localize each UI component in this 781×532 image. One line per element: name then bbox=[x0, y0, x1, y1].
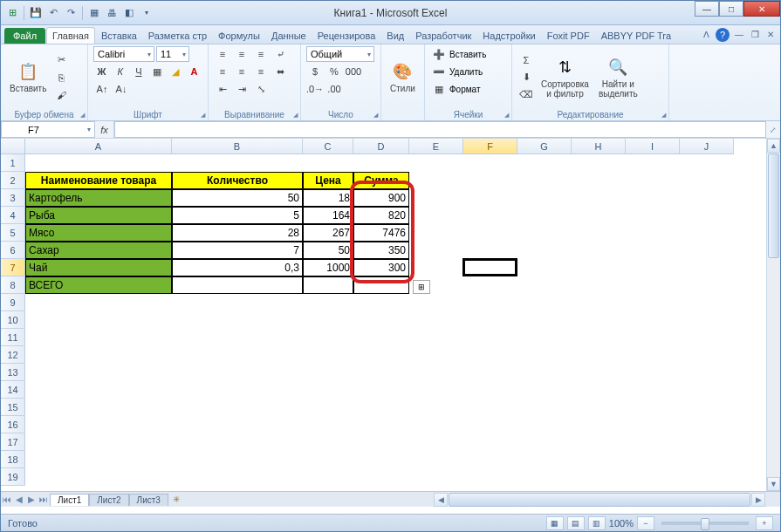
border-button[interactable]: ▦ bbox=[149, 64, 166, 79]
sheet-nav-first-icon[interactable]: ⏮ bbox=[1, 493, 13, 507]
undo-icon[interactable]: ↶ bbox=[45, 5, 61, 21]
row-header[interactable]: 8 bbox=[1, 276, 25, 294]
cell[interactable]: 1000 bbox=[303, 259, 353, 276]
maximize-button[interactable]: □ bbox=[719, 1, 743, 17]
find-select-button[interactable]: 🔍 Найти и выделить bbox=[595, 55, 641, 100]
cell[interactable] bbox=[353, 276, 409, 294]
mdi-minimize-icon[interactable]: — bbox=[733, 28, 745, 40]
bold-button[interactable]: Ж bbox=[93, 64, 110, 79]
qat-customize-icon[interactable]: ▾ bbox=[139, 5, 154, 21]
autofill-options-icon[interactable]: ⊞ bbox=[413, 280, 430, 294]
qat-btn[interactable]: 🖶 bbox=[104, 5, 120, 21]
align-middle-button[interactable]: ≡ bbox=[233, 46, 250, 62]
fx-button[interactable]: fx bbox=[95, 121, 114, 138]
tab-review[interactable]: Рецензирова bbox=[312, 28, 381, 44]
formula-expand-icon[interactable]: ⤢ bbox=[766, 121, 780, 138]
sheet-nav-prev-icon[interactable]: ◀ bbox=[13, 493, 25, 507]
delete-cells-button[interactable]: ➖Удалить bbox=[430, 64, 506, 79]
vertical-scrollbar[interactable]: ▲ ▼ bbox=[766, 139, 780, 491]
cell[interactable]: 350 bbox=[353, 242, 409, 259]
horizontal-scrollbar[interactable]: ◀ ▶ bbox=[434, 493, 765, 507]
currency-button[interactable]: $ bbox=[306, 64, 324, 79]
qat-btn[interactable]: ◧ bbox=[121, 5, 137, 21]
mdi-restore-icon[interactable]: ❐ bbox=[749, 28, 761, 40]
scroll-down-icon[interactable]: ▼ bbox=[767, 477, 780, 491]
font-name-combo[interactable]: Calibri bbox=[93, 46, 154, 62]
column-header[interactable]: G bbox=[517, 139, 572, 154]
row-header[interactable]: 5 bbox=[1, 224, 25, 242]
clear-button[interactable]: ⌫ bbox=[517, 87, 535, 103]
row-header[interactable]: 2 bbox=[1, 172, 25, 189]
column-header[interactable]: J bbox=[680, 139, 734, 154]
column-header[interactable]: A bbox=[25, 139, 172, 154]
zoom-slider[interactable] bbox=[661, 522, 749, 525]
column-header[interactable]: B bbox=[172, 139, 303, 154]
align-right-button[interactable]: ≡ bbox=[252, 64, 270, 79]
save-icon[interactable]: 💾 bbox=[28, 5, 44, 21]
sort-filter-button[interactable]: ⇅ Сортировка и фильтр bbox=[538, 55, 593, 100]
sheet-tab[interactable]: Лист2 bbox=[89, 494, 128, 506]
column-header[interactable]: I bbox=[626, 139, 680, 154]
cell[interactable]: Рыба bbox=[25, 207, 172, 224]
cell[interactable]: Картофель bbox=[25, 189, 172, 207]
tab-home[interactable]: Главная bbox=[46, 27, 95, 44]
tab-formulas[interactable]: Формулы bbox=[213, 28, 265, 44]
font-size-combo[interactable]: 11 bbox=[156, 46, 189, 62]
cell[interactable] bbox=[303, 276, 353, 294]
tab-insert[interactable]: Вставка bbox=[96, 28, 142, 44]
tab-foxit[interactable]: Foxit PDF bbox=[542, 28, 595, 44]
tab-addins[interactable]: Надстройки bbox=[477, 28, 540, 44]
row-header[interactable]: 18 bbox=[1, 451, 25, 468]
underline-button[interactable]: Ч bbox=[130, 64, 147, 79]
row-header[interactable]: 12 bbox=[1, 346, 25, 364]
minimize-button[interactable]: — bbox=[695, 1, 719, 17]
insert-cells-button[interactable]: ➕Вставить bbox=[430, 46, 506, 62]
cell[interactable]: 267 bbox=[303, 224, 353, 242]
indent-decrease-button[interactable]: ⇤ bbox=[214, 81, 231, 97]
view-page-layout-icon[interactable]: ▤ bbox=[567, 516, 585, 530]
cell[interactable]: 900 bbox=[353, 189, 409, 207]
cell[interactable]: 0,3 bbox=[172, 259, 303, 276]
font-color-button[interactable]: A bbox=[186, 64, 202, 79]
row-header[interactable]: 1 bbox=[1, 154, 25, 172]
cell[interactable]: 7476 bbox=[353, 224, 409, 242]
excel-icon[interactable]: ⊞ bbox=[4, 5, 20, 21]
column-header[interactable]: H bbox=[572, 139, 626, 154]
shrink-font-button[interactable]: A↓ bbox=[113, 81, 130, 97]
tab-data[interactable]: Данные bbox=[266, 28, 312, 44]
tab-abbyy[interactable]: ABBYY PDF Tra bbox=[596, 28, 677, 44]
row-header[interactable]: 9 bbox=[1, 294, 25, 311]
redo-icon[interactable]: ↷ bbox=[63, 5, 79, 21]
styles-button[interactable]: 🎨 Стили bbox=[387, 59, 419, 95]
row-header[interactable]: 6 bbox=[1, 242, 25, 259]
name-box[interactable]: F7 bbox=[1, 121, 95, 138]
column-header[interactable]: D bbox=[353, 139, 409, 154]
scroll-left-icon[interactable]: ◀ bbox=[434, 493, 448, 507]
cell[interactable]: 164 bbox=[303, 207, 353, 224]
comma-button[interactable]: 000 bbox=[345, 64, 362, 79]
cell[interactable]: Наименование товара bbox=[25, 172, 172, 189]
cell[interactable]: 28 bbox=[172, 224, 303, 242]
file-tab[interactable]: Файл bbox=[4, 28, 45, 44]
zoom-in-button[interactable]: + bbox=[756, 516, 773, 530]
scroll-right-icon[interactable]: ▶ bbox=[751, 493, 765, 507]
view-normal-icon[interactable]: ▦ bbox=[546, 516, 564, 530]
copy-icon[interactable]: ⎘ bbox=[52, 70, 70, 85]
cell[interactable]: 50 bbox=[303, 242, 353, 259]
increase-decimal-button[interactable]: .0→ bbox=[306, 81, 324, 97]
paste-button[interactable]: 📋 Вставить bbox=[6, 59, 50, 95]
column-header[interactable]: C bbox=[303, 139, 353, 154]
cell[interactable]: 5 bbox=[172, 207, 303, 224]
cell[interactable]: Сумма bbox=[353, 172, 409, 189]
new-sheet-icon[interactable]: ✳ bbox=[168, 494, 184, 504]
scroll-thumb[interactable] bbox=[449, 493, 750, 507]
cell[interactable]: 7 bbox=[172, 242, 303, 259]
align-top-button[interactable]: ≡ bbox=[214, 46, 231, 62]
tab-page-layout[interactable]: Разметка стр bbox=[143, 28, 212, 44]
zoom-out-button[interactable]: − bbox=[637, 516, 654, 530]
orientation-button[interactable]: ⤡ bbox=[252, 81, 270, 97]
italic-button[interactable]: К bbox=[112, 64, 128, 79]
ribbon-minimize-icon[interactable]: ᐱ bbox=[700, 28, 712, 40]
view-pagebreak-icon[interactable]: ▥ bbox=[588, 516, 606, 530]
autosum-button[interactable]: Σ bbox=[517, 52, 535, 68]
